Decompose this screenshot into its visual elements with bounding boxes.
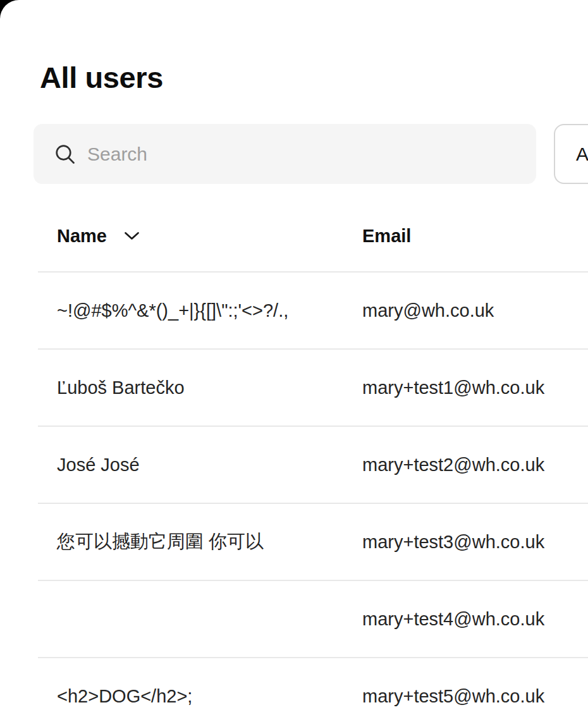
email-cell: mary+test3@wh.co.uk [343, 532, 588, 553]
email-cell: mary+test4@wh.co.uk [343, 609, 588, 630]
add-user-button[interactable]: A [554, 124, 588, 184]
add-user-button-label: A [576, 144, 588, 165]
name-cell: ~!@#$%^&*()_+|}{[]\":;'<>?/., [38, 300, 343, 321]
name-cell: José José [38, 455, 343, 475]
email-cell: mary@wh.co.uk [343, 300, 588, 321]
email-column-header[interactable]: Email [343, 226, 588, 247]
table-row[interactable]: <h2>DOG</h2>; mary+test5@wh.co.uk [38, 658, 588, 717]
table-row[interactable]: ~!@#$%^&*()_+|}{[]\":;'<>?/., mary@wh.co… [38, 273, 588, 350]
name-cell: Ľuboš Bartečko [38, 377, 343, 398]
search-icon [54, 144, 76, 165]
table-header-row: Name Email [38, 200, 588, 273]
email-cell: mary+test2@wh.co.uk [343, 455, 588, 475]
page-title: All users [40, 60, 163, 95]
name-cell: <h2>DOG</h2>; [38, 686, 343, 707]
email-cell: mary+test5@wh.co.uk [343, 686, 588, 707]
table-row[interactable]: 您可以撼動它周圍 你可以 mary+test3@wh.co.uk [38, 504, 588, 581]
name-column-header[interactable]: Name [38, 226, 343, 247]
email-column-label: Email [362, 226, 411, 246]
search-input[interactable] [86, 143, 493, 166]
users-page: All users A Name Email [0, 0, 588, 717]
users-table: Name Email ~!@#$%^&*()_+|}{[]\":;'<>?/.,… [38, 200, 588, 717]
table-row[interactable]: mary+test4@wh.co.uk [38, 581, 588, 658]
email-cell: mary+test1@wh.co.uk [343, 377, 588, 398]
table-row[interactable]: Ľuboš Bartečko mary+test1@wh.co.uk [38, 350, 588, 427]
name-column-label: Name [57, 226, 107, 247]
table-row[interactable]: José José mary+test2@wh.co.uk [38, 427, 588, 504]
name-cell: 您可以撼動它周圍 你可以 [38, 529, 343, 555]
chevron-down-icon [124, 231, 140, 240]
search-box [34, 124, 536, 184]
